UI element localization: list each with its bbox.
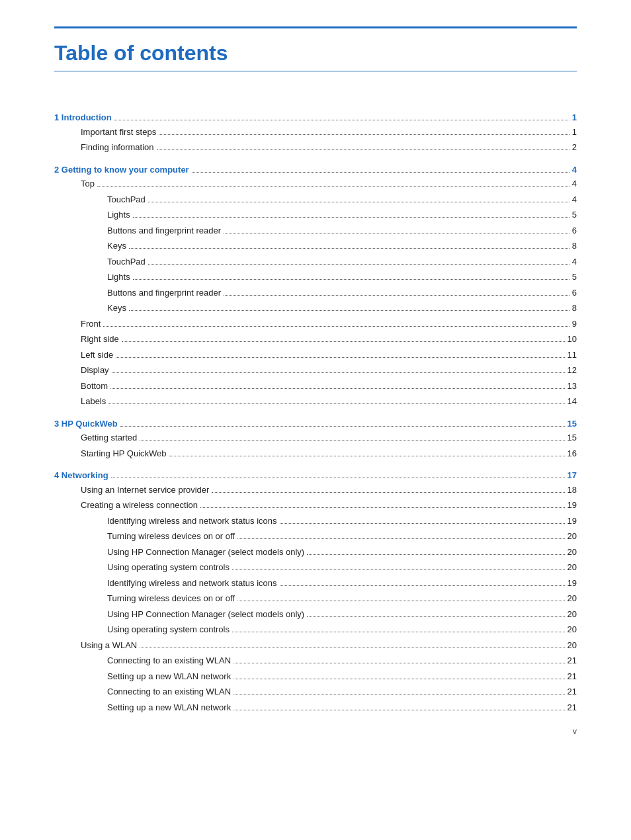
- toc-entry[interactable]: Finding information2: [54, 141, 577, 154]
- toc-entry-page: 17: [568, 469, 577, 482]
- toc-entry[interactable]: 2 Getting to know your computer4: [54, 163, 577, 177]
- toc-entry[interactable]: 3 HP QuickWeb15: [54, 417, 577, 431]
- toc-entry-dots: [116, 357, 564, 358]
- toc-entry[interactable]: 1 Introduction1: [54, 111, 577, 124]
- toc-entry-dots: [280, 523, 565, 524]
- toc-entry-page: 5: [572, 208, 577, 222]
- toc-entry-text: Labels: [81, 395, 106, 408]
- toc-entry[interactable]: Using operating system controls20: [54, 561, 577, 574]
- toc-entry-text: 4 Networking: [54, 469, 108, 482]
- toc-entry-dots: [111, 478, 565, 478]
- toc-entry-text: Using operating system controls: [107, 623, 230, 636]
- toc-entry[interactable]: Setting up a new WLAN network21: [54, 670, 577, 683]
- toc-entry[interactable]: Front9: [54, 317, 577, 331]
- toc-entry-page: 21: [568, 685, 577, 698]
- toc-entry-page: 21: [568, 701, 577, 714]
- toc-entry-dots: [224, 233, 569, 233]
- toc-entry[interactable]: Keys8: [54, 239, 577, 253]
- toc-entry-text: Identifying wireless and network status …: [107, 577, 277, 590]
- toc-entry-dots: [129, 310, 569, 311]
- toc-entry-dots: [200, 507, 564, 508]
- toc-entry[interactable]: Using HP Connection Manager (select mode…: [54, 608, 577, 621]
- toc-entry-dots: [232, 569, 565, 570]
- toc-entry-text: Connecting to an existing WLAN: [107, 685, 231, 698]
- toc-entry[interactable]: Bottom13: [54, 380, 577, 393]
- toc-entry[interactable]: Using a WLAN20: [54, 639, 577, 652]
- toc-entry-text: Keys: [107, 239, 126, 253]
- toc-entry-text: Creating a wireless connection: [81, 499, 198, 512]
- toc-entry[interactable]: Connecting to an existing WLAN21: [54, 654, 577, 667]
- toc-entry[interactable]: Starting HP QuickWeb16: [54, 447, 577, 460]
- toc-container: 1 Introduction1Important first steps1Fin…: [54, 111, 577, 714]
- toc-entry[interactable]: 4 Networking17: [54, 469, 577, 482]
- toc-entry[interactable]: Buttons and fingerprint reader6: [54, 224, 577, 237]
- toc-entry[interactable]: Lights5: [54, 271, 577, 284]
- toc-entry-text: TouchPad: [107, 255, 146, 269]
- toc-entry-text: Identifying wireless and network status …: [107, 515, 277, 528]
- toc-entry[interactable]: Identifying wireless and network status …: [54, 577, 577, 590]
- toc-entry-text: Lights: [107, 208, 130, 222]
- toc-entry[interactable]: Display12: [54, 364, 577, 377]
- toc-entry-dots: [140, 648, 564, 648]
- toc-entry-text: Display: [81, 364, 109, 377]
- toc-entry-text: Connecting to an existing WLAN: [107, 654, 231, 667]
- toc-entry-text: Turning wireless devices on or off: [107, 592, 235, 605]
- toc-entry-page: 5: [572, 271, 577, 284]
- toc-entry[interactable]: Turning wireless devices on or off20: [54, 530, 577, 543]
- toc-entry[interactable]: Connecting to an existing WLAN21: [54, 685, 577, 698]
- toc-entry-dots: [114, 120, 569, 120]
- toc-entry-page: 4: [572, 163, 577, 177]
- page-container: Table of contents 1 Introduction1Importa…: [0, 0, 631, 756]
- toc-entry-dots: [110, 388, 564, 389]
- toc-entry[interactable]: TouchPad4: [54, 193, 577, 206]
- toc-entry[interactable]: Lights5: [54, 208, 577, 222]
- toc-entry[interactable]: Turning wireless devices on or off20: [54, 592, 577, 605]
- toc-entry[interactable]: Setting up a new WLAN network21: [54, 701, 577, 714]
- toc-entry-text: Using HP Connection Manager (select mode…: [107, 608, 304, 621]
- toc-entry-text: Using operating system controls: [107, 561, 230, 574]
- toc-entry-page: 6: [572, 286, 577, 300]
- toc-entry[interactable]: Buttons and fingerprint reader6: [54, 286, 577, 300]
- toc-entry-dots: [103, 326, 569, 327]
- top-border: [54, 26, 577, 28]
- toc-entry-text: TouchPad: [107, 193, 146, 206]
- toc-entry[interactable]: Labels14: [54, 395, 577, 408]
- toc-entry-dots: [140, 440, 564, 441]
- toc-entry[interactable]: Left side11: [54, 349, 577, 362]
- toc-entry-dots: [112, 372, 565, 373]
- toc-entry-text: Buttons and fingerprint reader: [107, 286, 221, 300]
- toc-entry[interactable]: Creating a wireless connection19: [54, 499, 577, 512]
- toc-entry-text: Buttons and fingerprint reader: [107, 224, 221, 237]
- toc-entry-page: 18: [568, 483, 577, 497]
- title-section: Table of contents: [54, 40, 577, 71]
- toc-entry[interactable]: Right side10: [54, 333, 577, 346]
- toc-entry[interactable]: Keys8: [54, 302, 577, 315]
- toc-entry[interactable]: Identifying wireless and network status …: [54, 515, 577, 528]
- toc-entry[interactable]: TouchPad4: [54, 255, 577, 269]
- toc-entry-dots: [233, 679, 564, 679]
- page-title: Table of contents: [54, 40, 577, 65]
- toc-entry-text: 1 Introduction: [54, 111, 112, 124]
- toc-entry[interactable]: Getting started15: [54, 431, 577, 444]
- toc-entry-dots: [232, 632, 565, 632]
- toc-entry[interactable]: Using operating system controls20: [54, 623, 577, 636]
- toc-entry-page: 20: [568, 623, 577, 636]
- toc-entry-page: 19: [568, 515, 577, 528]
- toc-entry-page: 9: [572, 317, 577, 331]
- toc-entry-dots: [280, 585, 565, 586]
- toc-entry-page: 6: [572, 224, 577, 237]
- toc-entry-page: 20: [568, 639, 577, 652]
- toc-entry-text: Turning wireless devices on or off: [107, 530, 235, 543]
- toc-entry[interactable]: Using HP Connection Manager (select mode…: [54, 546, 577, 559]
- toc-entry-dots: [159, 134, 569, 135]
- toc-entry[interactable]: Important first steps1: [54, 126, 577, 139]
- toc-entry-dots: [129, 248, 569, 249]
- toc-entry-dots: [108, 403, 564, 404]
- toc-entry-page: 15: [568, 431, 577, 444]
- toc-entry-page: 4: [572, 177, 577, 190]
- toc-entry-dots: [169, 456, 565, 456]
- toc-entry-text: Right side: [81, 333, 119, 346]
- toc-entry[interactable]: Top4: [54, 177, 577, 190]
- toc-entry-dots: [307, 616, 564, 617]
- toc-entry[interactable]: Using an Internet service provider18: [54, 483, 577, 497]
